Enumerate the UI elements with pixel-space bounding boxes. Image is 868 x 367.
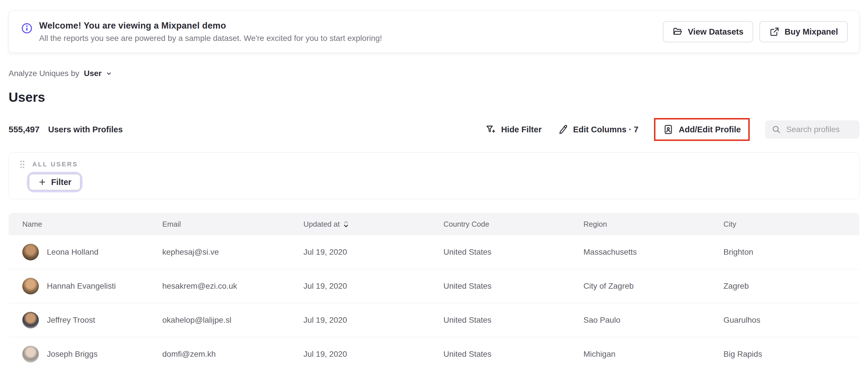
analyze-by-value: User <box>84 69 101 78</box>
table-row[interactable]: Jeffrey Troost okahelop@lalijpe.sl Jul 1… <box>8 303 860 337</box>
funnel-plus-icon <box>485 124 496 135</box>
user-city: Zagreb <box>710 281 860 291</box>
user-region: Michigan <box>570 349 710 359</box>
filter-panel: ALL USERS Filter <box>8 152 860 199</box>
user-name: Jeffrey Troost <box>47 315 95 325</box>
profiles-count-label: Users with Profiles <box>48 125 123 134</box>
avatar <box>22 346 39 362</box>
table-row[interactable]: Hannah Evangelisti hesakrem@ezi.co.uk Ju… <box>8 269 860 303</box>
view-datasets-button[interactable]: View Datasets <box>663 21 753 42</box>
hide-filter-label: Hide Filter <box>501 125 542 134</box>
table-row[interactable]: Leona Holland kephesaj@si.ve Jul 19, 202… <box>8 235 860 269</box>
column-header-updated-at[interactable]: Updated at <box>290 220 430 229</box>
user-updated-at: Jul 19, 2020 <box>290 315 430 325</box>
column-header-region[interactable]: Region <box>570 220 710 229</box>
table-header-row: Name Email Updated at Country Code Regio… <box>8 213 860 235</box>
table-row[interactable]: Joseph Briggs domfi@zem.kh Jul 19, 2020 … <box>8 337 860 367</box>
add-filter-button[interactable]: Filter <box>29 174 81 190</box>
user-city: Big Rapids <box>710 349 860 359</box>
add-filter-label: Filter <box>51 178 71 187</box>
demo-banner: Welcome! You are viewing a Mixpanel demo… <box>8 10 860 53</box>
banner-title: Welcome! You are viewing a Mixpanel demo <box>39 21 382 31</box>
user-updated-at: Jul 19, 2020 <box>290 349 430 359</box>
banner-subtitle: All the reports you see are powered by a… <box>39 34 382 43</box>
plus-icon <box>38 178 46 186</box>
user-name: Leona Holland <box>47 247 99 257</box>
drag-handle-icon[interactable] <box>19 160 25 169</box>
profiles-table: Name Email Updated at Country Code Regio… <box>8 213 860 367</box>
column-header-city[interactable]: City <box>710 220 860 229</box>
info-icon <box>21 22 33 34</box>
user-region: Massachusetts <box>570 247 710 257</box>
user-region: City of Zagreb <box>570 281 710 291</box>
profiles-count: 555,497 <box>8 125 39 134</box>
annotation-highlight-box: Add/Edit Profile <box>654 118 750 141</box>
user-country-code: United States <box>430 349 570 359</box>
analyze-by-label: Analyze Uniques by <box>8 69 79 78</box>
edit-columns-label: Edit Columns · 7 <box>573 125 639 134</box>
user-updated-at: Jul 19, 2020 <box>290 281 430 291</box>
page-title: Users <box>8 89 860 105</box>
folder-icon <box>673 27 683 37</box>
avatar <box>22 244 39 261</box>
profile-badge-icon <box>663 124 674 135</box>
column-header-country-code[interactable]: Country Code <box>430 220 570 229</box>
user-updated-at: Jul 19, 2020 <box>290 247 430 257</box>
column-header-email[interactable]: Email <box>149 220 290 229</box>
add-edit-profile-label: Add/Edit Profile <box>679 125 741 134</box>
analyze-by-dropdown[interactable]: User <box>84 69 112 78</box>
user-email: kephesaj@si.ve <box>149 247 290 257</box>
analyze-uniques-row: Analyze Uniques by User <box>8 69 860 78</box>
user-name: Joseph Briggs <box>47 349 97 359</box>
user-country-code: United States <box>430 281 570 291</box>
hide-filter-button[interactable]: Hide Filter <box>485 124 542 135</box>
user-country-code: United States <box>430 247 570 257</box>
users-page: Welcome! You are viewing a Mixpanel demo… <box>0 10 868 367</box>
user-city: Brighton <box>710 247 860 257</box>
user-email: okahelop@lalijpe.sl <box>149 315 290 325</box>
chevron-down-icon <box>105 70 113 77</box>
user-name: Hannah Evangelisti <box>47 281 116 291</box>
add-edit-profile-button[interactable]: Add/Edit Profile <box>663 124 741 135</box>
column-header-name[interactable]: Name <box>8 220 149 229</box>
sort-icon[interactable] <box>343 220 349 228</box>
buy-mixpanel-button[interactable]: Buy Mixpanel <box>760 21 848 42</box>
edit-columns-button[interactable]: Edit Columns · 7 <box>557 124 639 135</box>
user-email: hesakrem@ezi.co.uk <box>149 281 290 291</box>
all-users-group-label: ALL USERS <box>32 161 78 168</box>
user-country-code: United States <box>430 315 570 325</box>
pencil-icon <box>557 124 568 135</box>
avatar <box>22 278 39 295</box>
search-profiles-input[interactable] <box>786 125 853 134</box>
user-city: Guarulhos <box>710 315 860 325</box>
view-datasets-label: View Datasets <box>688 27 744 37</box>
buy-mixpanel-label: Buy Mixpanel <box>784 27 838 37</box>
search-profiles-box[interactable] <box>765 120 860 139</box>
filter-button-focus-ring: Filter <box>29 174 81 190</box>
user-email: domfi@zem.kh <box>149 349 290 359</box>
search-icon <box>771 125 781 134</box>
external-link-icon <box>769 27 779 37</box>
summary-toolbar-row: 555,497 Users with Profiles Hide Filter <box>8 118 860 141</box>
avatar <box>22 312 39 329</box>
table-toolbar: Hide Filter Edit Columns · 7 <box>485 118 860 141</box>
user-region: Sao Paulo <box>570 315 710 325</box>
